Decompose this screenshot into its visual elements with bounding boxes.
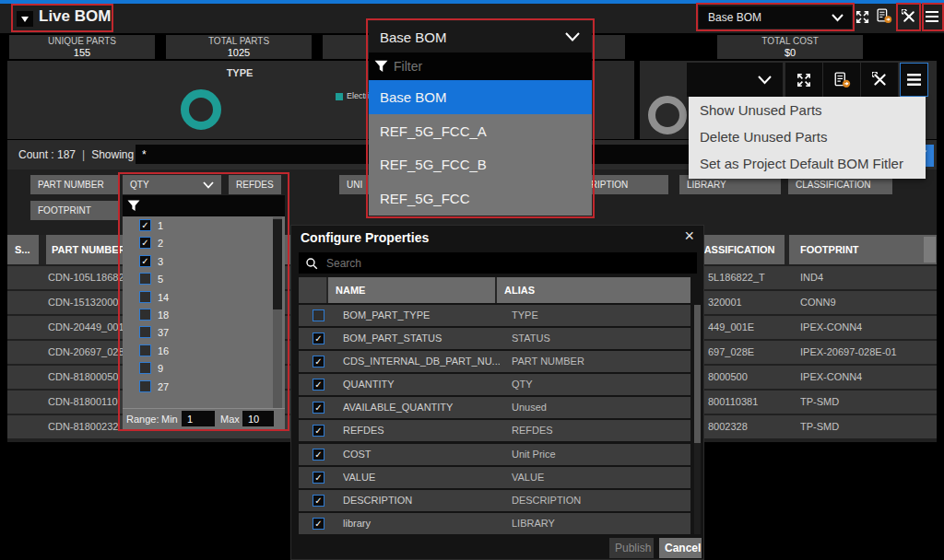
property-row[interactable]: ✓BOM_PART_STATUSSTATUS: [299, 328, 690, 349]
bom-select[interactable]: Base BOM: [699, 6, 852, 29]
property-name: QUANTITY: [343, 374, 500, 395]
document-export-icon: [876, 8, 892, 24]
col-header-s[interactable]: S...: [15, 235, 30, 264]
max-input[interactable]: [242, 411, 274, 426]
modal-col-name[interactable]: NAME: [336, 277, 365, 303]
bom-option[interactable]: REF_5G_FCC_B: [369, 148, 592, 182]
chip-refdes[interactable]: REFDES: [229, 175, 281, 194]
grid-view-select[interactable]: [687, 63, 783, 97]
menu-item-set-default[interactable]: Set as Project Default BOM Fitler: [689, 150, 926, 177]
qty-checkbox[interactable]: [139, 291, 151, 303]
property-checkbox[interactable]: ✓: [313, 495, 324, 507]
property-row[interactable]: ✓QUANTITYQTY: [299, 374, 690, 395]
report-button-2[interactable]: [823, 63, 860, 97]
property-row[interactable]: ✓AVAILABLE_QUANTITYUnused: [299, 397, 690, 418]
property-checkbox[interactable]: ✓: [313, 356, 324, 368]
property-checkbox[interactable]: ✓: [313, 425, 324, 437]
qty-option-label: 14: [158, 291, 169, 304]
min-input[interactable]: [182, 411, 215, 426]
bom-context-menu: Show Unused Parts Delete Unused Parts Se…: [689, 97, 926, 179]
live-bom-dropdown[interactable]: Live BOM: [11, 4, 113, 32]
property-alias: LIBRARY: [512, 513, 555, 534]
bom-option-selected[interactable]: Base BOM: [369, 80, 592, 114]
menu-button-2[interactable]: [900, 63, 928, 97]
count-divider: |: [82, 148, 85, 161]
left-header-divider: [39, 235, 46, 264]
publish-button[interactable]: Publish: [609, 538, 654, 558]
property-name: DESCRIPTION: [343, 490, 500, 511]
property-name: AVAILABLE_QUANTITY: [343, 397, 500, 418]
bom-filter-row: [369, 52, 592, 80]
property-checkbox[interactable]: ✓: [313, 379, 324, 391]
qty-checkbox[interactable]: ✓: [139, 237, 151, 249]
bom-filter-input[interactable]: [392, 58, 584, 75]
property-row[interactable]: ✓CDS_INTERNAL_DB_PART_NU...PART NUMBER: [299, 351, 690, 372]
menu-item-show-unused[interactable]: Show Unused Parts: [689, 97, 926, 123]
chip-footprint[interactable]: FOOTPRINT: [30, 201, 118, 220]
type-donut-chart: [181, 89, 221, 130]
part-number-cell: CDN-20697_028: [48, 341, 124, 364]
stat-value: 1025: [228, 47, 250, 58]
qty-checkbox[interactable]: ✓: [139, 219, 151, 231]
menu-item-delete-unused[interactable]: Delete Unused Parts: [689, 123, 926, 150]
classification-cell: 8002328: [708, 415, 786, 438]
chip-qty-label: QTY: [130, 175, 149, 194]
menu-button[interactable]: [925, 10, 939, 27]
bom-dropdown-trigger[interactable]: Base BOM: [369, 21, 592, 52]
col-header-footprint[interactable]: FOOTPRINT: [800, 235, 859, 264]
wrench-icon: [872, 72, 888, 88]
bom-option[interactable]: REF_5G_FCC: [369, 181, 592, 216]
chip-part-number[interactable]: PART NUMBER: [30, 175, 118, 194]
property-name: COST: [343, 444, 500, 465]
property-row[interactable]: ✓libraryLIBRARY: [299, 513, 690, 534]
qty-checkbox[interactable]: [139, 273, 151, 285]
property-row[interactable]: ✓VALUEVALUE: [299, 467, 690, 488]
property-checkbox[interactable]: ✓: [313, 518, 324, 530]
qty-checkbox[interactable]: [139, 326, 151, 338]
modal-scrollbar-thumb[interactable]: [694, 305, 701, 443]
report-button[interactable]: [876, 8, 892, 28]
qty-option-label: 18: [158, 309, 169, 321]
hamburger-icon: [925, 10, 939, 23]
expand-button-2[interactable]: [785, 63, 822, 97]
qty-checkbox[interactable]: [139, 309, 151, 321]
expand-icon: [855, 9, 870, 25]
modal-col-alias[interactable]: ALIAS: [504, 277, 535, 303]
property-row[interactable]: BOM_PART_TYPETYPE: [299, 305, 690, 326]
property-checkbox[interactable]: ✓: [313, 472, 324, 484]
tools-button-2[interactable]: [861, 63, 898, 97]
property-name: BOM_PART_STATUS: [343, 328, 500, 349]
part-number-cell: CDN-81800050: [48, 366, 124, 389]
search-icon: [305, 257, 318, 270]
tools-button[interactable]: [902, 9, 916, 28]
chip-qty[interactable]: QTY: [123, 175, 221, 194]
property-checkbox[interactable]: ✓: [313, 332, 324, 344]
classification-cell: 8000500: [708, 366, 786, 389]
property-checkbox[interactable]: [313, 309, 324, 321]
qty-checkbox[interactable]: [139, 362, 151, 374]
property-checkbox[interactable]: ✓: [313, 402, 324, 414]
bom-option[interactable]: REF_5G_FCC_A: [369, 114, 592, 148]
qty-scrollbar-thumb[interactable]: [273, 219, 282, 309]
bom-caret-box[interactable]: [17, 11, 33, 27]
property-alias: TYPE: [512, 305, 538, 326]
property-row[interactable]: ✓COSTUnit Price: [299, 444, 690, 465]
right-table-scrollbar[interactable]: [924, 237, 936, 262]
qty-checkbox[interactable]: [139, 344, 151, 356]
col-header-part-number[interactable]: PART NUMBER: [52, 235, 125, 264]
wrench-icon: [902, 9, 916, 24]
classification-cell: 800110381: [708, 391, 786, 414]
legend-swatch: [336, 93, 343, 100]
qty-checkbox[interactable]: ✓: [139, 255, 151, 267]
cancel-button[interactable]: Cancel: [659, 538, 702, 558]
property-row[interactable]: ✓REFDESREFDES: [299, 420, 690, 441]
footprint-cell: TP-SMD: [800, 391, 929, 414]
qty-checkbox[interactable]: [139, 380, 151, 392]
search-input[interactable]: [324, 256, 690, 271]
expand-button[interactable]: [855, 9, 870, 29]
close-icon[interactable]: ×: [684, 227, 694, 246]
property-row[interactable]: ✓DESCRIPTIONDESCRIPTION: [299, 490, 690, 511]
property-checkbox[interactable]: ✓: [313, 449, 324, 461]
right-header-divider: [785, 235, 789, 264]
modal-header-checkbox-cell: [299, 277, 326, 303]
